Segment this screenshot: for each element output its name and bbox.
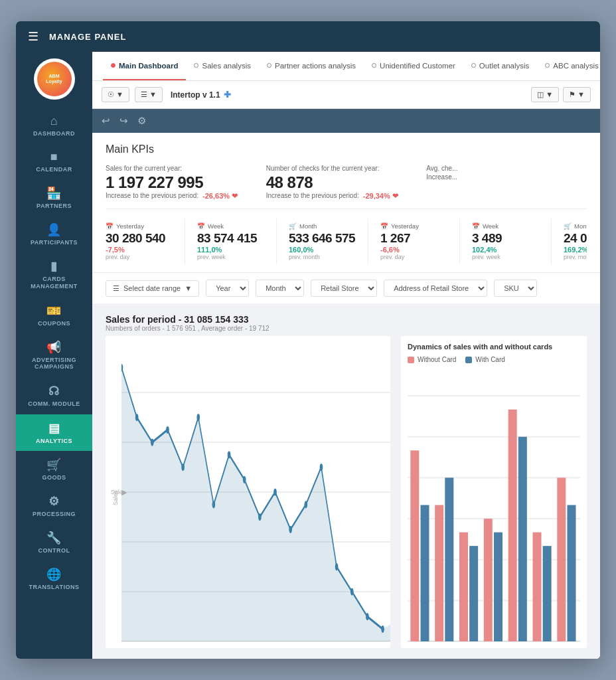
globe-button[interactable]: ☉ ▼: [102, 87, 129, 102]
analytics-title: Sales for period - 31 085 154 333: [106, 314, 587, 325]
sidebar-item-goods[interactable]: 🛒 GOODS: [16, 451, 92, 487]
tab-partner-actions[interactable]: Partner actions analysis: [259, 52, 364, 80]
bookmark-button[interactable]: ⚑ ▼: [563, 87, 591, 102]
main-layout: ABMLoyalty ⌂ DASHBOARD ■ CALENDAR 🏪 PART…: [16, 52, 600, 659]
cards-icon: ▮: [50, 259, 58, 274]
period-label-0: Yesterday: [116, 222, 144, 230]
sidebar-label-coupons: COUPONS: [38, 320, 70, 327]
period-label-5: Month: [574, 222, 587, 230]
address-filter[interactable]: Address of Retail Store: [384, 280, 487, 297]
kpi-prev-3: prev. day: [380, 254, 447, 260]
logo-text: ABMLoyalty: [46, 74, 62, 85]
sidebar-label-cards: CARDS MANAGEMENT: [19, 276, 89, 290]
undo-icon[interactable]: ↩: [102, 115, 110, 127]
sidebar-label-partners: PARTNERS: [37, 203, 72, 209]
svg-point-17: [273, 488, 277, 495]
sidebar-item-coupons[interactable]: 🎫 COUPONS: [16, 297, 92, 333]
redo-icon[interactable]: ↪: [119, 115, 128, 127]
svg-point-15: [243, 476, 246, 483]
date-range-button[interactable]: ☰ Select date range ▼: [106, 280, 199, 297]
translations-icon: 🌐: [46, 567, 62, 582]
tab-sales-analysis[interactable]: Sales analysis: [186, 52, 259, 80]
kpi-sales-change-label: Increase to the previous period:: [106, 192, 198, 199]
tab-unidentified-customer[interactable]: Unidentified Customer: [364, 52, 463, 80]
kpi-checks-label: Number of checks for the current year:: [266, 165, 427, 172]
year-filter[interactable]: Year: [206, 280, 249, 297]
month-filter[interactable]: Month: [256, 280, 304, 297]
participants-icon: 👤: [46, 222, 62, 237]
tab-main-dashboard[interactable]: Main Dashboard: [103, 52, 186, 80]
top-bar: ☰ MANAGE PANEL: [16, 21, 600, 52]
svg-point-23: [366, 613, 369, 620]
period-icon-2: 🛒: [289, 222, 297, 230]
svg-rect-38: [484, 519, 493, 641]
sidebar-item-translations[interactable]: 🌐 TRANSLATIONS: [16, 560, 92, 597]
sidebar-item-participants[interactable]: 👤 PARTICIPANTS: [16, 216, 92, 252]
legend-with-card: With Card: [465, 356, 504, 363]
sidebar-item-comm[interactable]: ☊ COMM. MODULE: [16, 377, 92, 414]
date-range-label: Select date range: [123, 284, 181, 292]
sidebar-item-dashboard[interactable]: ⌂ DASHBOARD: [16, 108, 92, 143]
svg-point-8: [135, 414, 139, 421]
tab-label-partner: Partner actions analysis: [275, 62, 356, 70]
svg-point-12: [196, 414, 200, 421]
line-chart-wrap: Sales: [112, 343, 384, 641]
svg-rect-41: [518, 437, 527, 641]
analytics-section: Sales for period - 31 085 154 333 Number…: [92, 303, 600, 659]
list-button[interactable]: ☰ ▼: [135, 87, 163, 102]
kpi-main-checks: Number of checks for the current year: 4…: [266, 165, 427, 201]
sidebar-item-advertising[interactable]: 📢 ADVERTISING CAMPAIGNS: [16, 333, 92, 378]
kpi-main-sales: Sales for the current year: 1 197 227 99…: [106, 165, 266, 201]
sidebar-item-analytics[interactable]: ▤ ANALYTICS: [16, 414, 92, 451]
svg-rect-45: [568, 505, 576, 642]
sidebar-item-processing[interactable]: ⚙ PROCESSING: [16, 487, 92, 524]
kpi-value-4: 3 489: [472, 231, 539, 246]
tab-outlet-analysis[interactable]: Outlet analysis: [463, 52, 537, 80]
sidebar-label-advertising: ADVERTISING CAMPAIGNS: [19, 357, 89, 371]
toolbar-right: ◫ ▼ ⚑ ▼: [531, 87, 591, 102]
kpi-title: Main KPIs: [106, 143, 587, 155]
kpi-value-2: 533 646 575: [289, 231, 356, 246]
sidebar: ABMLoyalty ⌂ DASHBOARD ■ CALENDAR 🏪 PART…: [16, 52, 92, 659]
svg-rect-34: [435, 505, 443, 642]
kpi-card-1: 📅 Week 83 574 415 111,0% prev. week: [197, 218, 277, 264]
tab-dot-sales: [194, 63, 198, 68]
tab-dot-outlet: [471, 63, 476, 68]
settings-icon[interactable]: ⚙: [137, 115, 146, 127]
processing-icon: ⚙: [48, 494, 60, 509]
kpi-period-1: 📅 Week: [197, 222, 264, 230]
kpi-section: Main KPIs Sales for the current year: 1 …: [92, 133, 600, 272]
toolbar: ☉ ▼ ☰ ▼ Intertop v 1.1 ✚ ◫ ▼ ⚑ ▼: [92, 81, 600, 109]
bar-chart-svg: [408, 369, 580, 641]
display-button[interactable]: ◫ ▼: [531, 87, 559, 102]
kpi-cards: 📅 Yesterday 30 280 540 -7,5% prev. day 📅…: [106, 218, 587, 264]
hamburger-icon[interactable]: ☰: [28, 29, 38, 44]
scroll-left-icon[interactable]: ▶: [121, 488, 127, 497]
bar-chart-title: Dynamics of sales with and without cards: [408, 343, 580, 351]
sidebar-item-cards[interactable]: ▮ CARDS MANAGEMENT: [16, 252, 92, 297]
chart-legend: Without Card With Card: [408, 356, 580, 363]
kpi-change-0: -7,5%: [106, 246, 173, 254]
tab-abc-analysis[interactable]: ABC analysis: [537, 52, 600, 80]
sidebar-label-calendar: CALENDAR: [36, 166, 72, 173]
sidebar-label-analytics: ANALYTICS: [36, 438, 72, 444]
retail-store-filter[interactable]: Retail Store: [311, 280, 377, 297]
sidebar-item-calendar[interactable]: ■ CALENDAR: [16, 143, 92, 179]
svg-rect-32: [410, 450, 419, 641]
svg-rect-33: [421, 505, 429, 642]
action-bar: ↩ ↪ ⚙: [92, 109, 600, 133]
sidebar-item-partners[interactable]: 🏪 PARTNERS: [16, 179, 92, 216]
content-area: Main Dashboard Sales analysis Partner ac…: [92, 52, 600, 659]
sidebar-label-participants: PARTICIPANTS: [31, 239, 78, 246]
nav-tabs: Main Dashboard Sales analysis Partner ac…: [92, 52, 600, 81]
advertising-icon: 📢: [46, 340, 62, 355]
filter-bar: ☰ Select date range ▼ Year Month Retail …: [92, 272, 600, 303]
sku-filter[interactable]: SKU: [494, 280, 537, 297]
control-icon: 🔧: [46, 531, 62, 545]
svg-point-24: [381, 626, 384, 633]
svg-point-13: [212, 501, 216, 508]
kpi-checks-change-val: -29,34%: [363, 192, 390, 200]
sidebar-item-control[interactable]: 🔧 CONTROL: [16, 524, 92, 560]
analytics-header: Sales for period - 31 085 154 333 Number…: [106, 314, 587, 332]
tab-dot-partner: [267, 63, 271, 68]
